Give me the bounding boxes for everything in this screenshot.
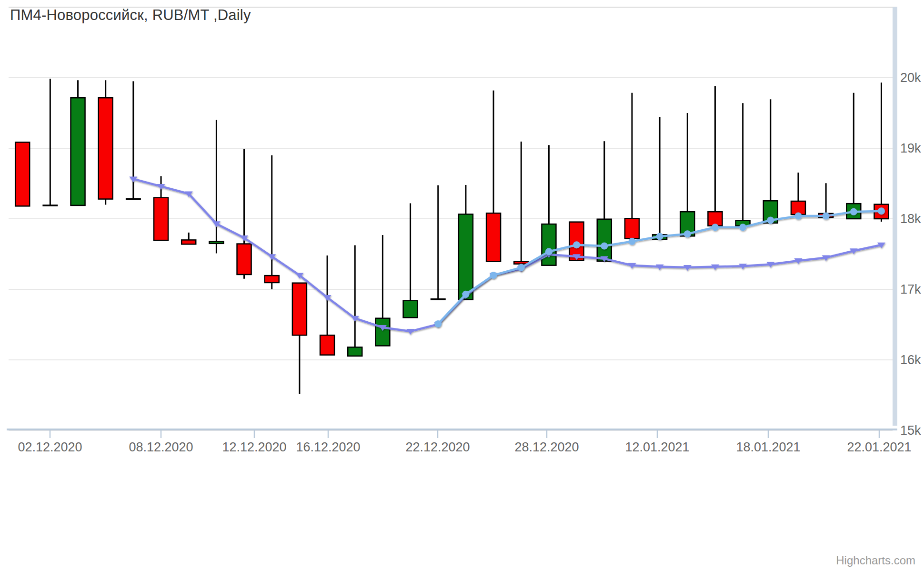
candle: [763, 99, 778, 223]
y-axis-label: 17k: [900, 282, 921, 296]
y-axis-label: 18k: [900, 212, 921, 226]
y-axis-label: 19k: [900, 141, 921, 155]
candle-body-down: [237, 244, 251, 275]
highcharts-credits-link[interactable]: Highcharts.com: [836, 554, 915, 567]
x-axis-label: 22.12.2020: [405, 440, 470, 454]
ma-marker-circle: [850, 208, 857, 215]
candle: [181, 233, 196, 244]
candle: [486, 91, 501, 262]
ma-marker-circle: [545, 248, 552, 255]
chart-container: 20k19k18k17k16k15k02.12.202008.12.202012…: [0, 0, 924, 572]
candle: [708, 86, 722, 226]
y-axis-label: 20k: [900, 71, 921, 85]
ma-marker-circle: [767, 216, 774, 224]
candle-body-down: [265, 276, 279, 283]
candle-body-up: [542, 224, 556, 266]
candle-body-down: [181, 240, 196, 244]
candle-body-up: [71, 98, 85, 205]
candle-body-down: [292, 283, 307, 336]
candle-body-down: [625, 218, 639, 238]
candle: [265, 155, 279, 289]
ma-marker-circle: [823, 213, 830, 220]
candle: [15, 142, 30, 206]
ma-marker-circle: [794, 213, 802, 220]
y-axis-label: 16k: [900, 353, 921, 367]
ma-marker-circle: [628, 238, 635, 245]
candle: [320, 255, 334, 355]
candle: [431, 185, 446, 299]
x-axis-label: 02.12.2020: [18, 440, 82, 454]
y-axis-band: [893, 7, 897, 426]
x-axis-label: 12.01.2021: [625, 440, 689, 454]
candle: [874, 82, 888, 222]
candle: [403, 203, 418, 317]
ma-marker-circle: [739, 224, 746, 231]
candles-series: [15, 79, 888, 394]
candle: [71, 80, 85, 205]
ma-marker-circle: [656, 233, 663, 240]
candle: [209, 120, 223, 254]
candle: [846, 93, 861, 219]
candle-body-up: [348, 347, 362, 356]
candle: [736, 103, 750, 226]
ma-marker-circle: [462, 291, 469, 298]
candle-body-down: [99, 98, 113, 199]
candle: [791, 173, 805, 214]
candle-body-up: [375, 318, 390, 346]
x-axis-label: 08.12.2020: [129, 440, 193, 454]
candle: [292, 283, 307, 394]
candle: [625, 93, 639, 239]
candle-body-up: [209, 241, 223, 243]
ma-marker-circle: [434, 320, 442, 327]
chart-title: ПМ4-Новороссийск, RUB/MT ,Daily: [10, 7, 251, 24]
candle-body-down: [154, 198, 168, 241]
candle: [514, 142, 528, 269]
ma-marker-circle: [490, 272, 497, 279]
ma-marker-circle: [573, 241, 580, 248]
candle: [653, 117, 667, 240]
ma-marker-circle: [712, 224, 719, 231]
candle: [42, 79, 58, 205]
candle-body-up: [403, 301, 418, 318]
candle-body-down: [15, 142, 30, 206]
candle: [680, 113, 694, 236]
x-axis-label: 18.01.2021: [736, 440, 800, 454]
candle: [348, 245, 362, 356]
candle: [459, 185, 473, 300]
x-axis-label: 28.12.2020: [514, 440, 579, 454]
ma-marker-circle: [878, 207, 885, 214]
candle-body-up: [597, 219, 612, 261]
candlestick-chart-plot: 20k19k18k17k16k15k02.12.202008.12.202012…: [0, 0, 924, 572]
ma-marker-circle: [518, 264, 525, 271]
x-axis-label: 12.12.2020: [222, 440, 286, 454]
y-axis-label: 15k: [900, 423, 921, 438]
ma-marker-circle: [601, 242, 608, 249]
candle: [99, 80, 113, 204]
candle: [819, 183, 833, 217]
candle-body-up: [459, 214, 473, 299]
candle-body-down: [320, 335, 334, 355]
x-axis-label: 16.12.2020: [296, 440, 360, 454]
ma-marker-circle: [684, 230, 691, 237]
candle: [237, 149, 251, 278]
candle: [542, 145, 556, 265]
candle-body-down: [486, 213, 501, 261]
x-axis-label: 22.01.2021: [847, 440, 911, 454]
